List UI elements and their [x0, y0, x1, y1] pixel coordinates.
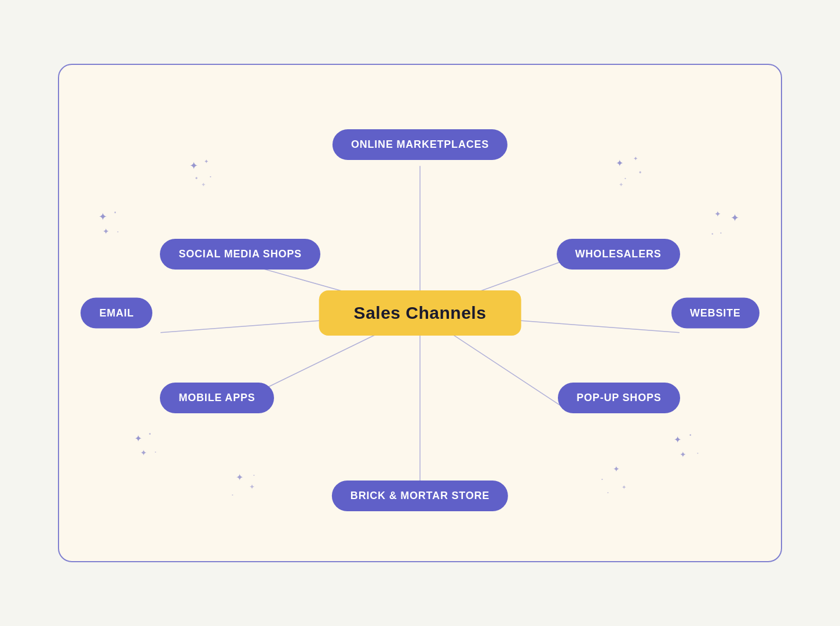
svg-text:•: • — [114, 209, 116, 216]
svg-text:✦: ✦ — [236, 472, 243, 482]
svg-text:✦: ✦ — [134, 434, 142, 443]
sparkle-bottom-left: ✦ • ✦ • — [129, 425, 169, 468]
svg-text:•: • — [210, 174, 211, 179]
svg-text:✦: ✦ — [201, 181, 206, 188]
sparkle-top-left: ✦ ✦ • • ✦ — [187, 152, 227, 195]
diagram-card: Sales Channels ONLINE MARKETPLACES SOCIA… — [58, 64, 782, 562]
node-mobile-apps: MOBILE APPS — [160, 383, 273, 413]
svg-text:•: • — [232, 492, 233, 497]
center-node: Sales Channels — [319, 290, 521, 336]
sparkle-left: ✦ • ✦ • — [94, 204, 134, 247]
svg-text:•: • — [607, 490, 609, 495]
svg-text:✦: ✦ — [103, 227, 109, 236]
svg-text:•: • — [149, 431, 151, 437]
svg-text:•: • — [720, 230, 722, 235]
svg-text:✦: ✦ — [731, 212, 739, 224]
sparkle-bottom-center-right: • ✦ ✦ • — [596, 460, 636, 503]
svg-text:•: • — [117, 229, 119, 234]
svg-text:✦: ✦ — [616, 158, 623, 168]
sparkle-bottom-center-left: ✦ ✦ • • — [227, 466, 268, 509]
node-online-marketplaces: ONLINE MARKETPLACES — [333, 129, 507, 160]
svg-text:✦: ✦ — [680, 450, 686, 459]
node-pop-up-shops: POP-UP SHOPS — [558, 383, 680, 413]
svg-text:✦: ✦ — [613, 464, 620, 474]
svg-text:✦: ✦ — [633, 155, 638, 162]
node-wholesalers: WHOLESALERS — [557, 239, 680, 270]
svg-text:✦: ✦ — [619, 181, 623, 188]
svg-text:•: • — [624, 176, 626, 181]
svg-text:•: • — [697, 450, 699, 456]
svg-text:✦: ✦ — [622, 484, 626, 490]
svg-text:•: • — [195, 174, 198, 183]
svg-text:•: • — [639, 169, 641, 177]
svg-text:✦: ✦ — [140, 448, 147, 457]
svg-text:•: • — [711, 231, 714, 237]
svg-text:✦: ✦ — [98, 211, 107, 223]
node-website: WEBSITE — [671, 298, 759, 329]
svg-text:•: • — [689, 432, 692, 438]
sparkle-top-right: ✦ ✦ • • ✦ — [613, 152, 653, 195]
svg-text:✦: ✦ — [204, 158, 209, 165]
node-email: EMAIL — [81, 298, 152, 329]
sparkle-right: ✦ ✦ • • — [708, 204, 749, 247]
node-brick-mortar: BRICK & MORTAR STORE — [332, 481, 508, 511]
svg-text:✦: ✦ — [674, 435, 681, 445]
svg-text:✦: ✦ — [249, 483, 255, 491]
center-label: Sales Channels — [354, 303, 487, 322]
node-social-media-shops: SOCIAL MEDIA SHOPS — [160, 239, 320, 270]
svg-text:✦: ✦ — [189, 160, 198, 172]
svg-text:✦: ✦ — [714, 209, 721, 219]
sparkle-bottom-right: ✦ • ✦ • — [671, 425, 711, 468]
svg-text:•: • — [253, 472, 255, 478]
svg-text:•: • — [155, 449, 156, 454]
svg-text:•: • — [601, 476, 603, 482]
